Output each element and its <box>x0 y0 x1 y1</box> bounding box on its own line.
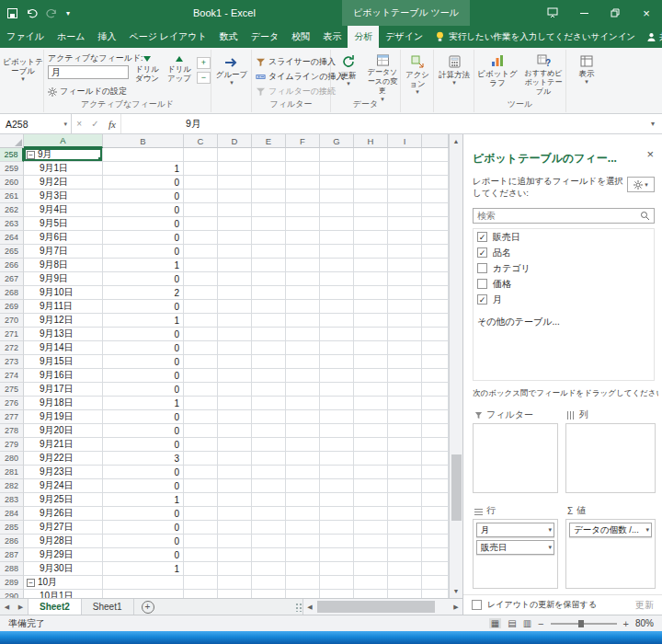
cell-A259[interactable]: 9月1日 <box>24 162 103 176</box>
row-header-271[interactable]: 271 <box>0 328 24 341</box>
cell-A285[interactable]: 9月27日 <box>24 521 103 535</box>
cell[interactable] <box>320 562 354 576</box>
row-header-276[interactable]: 276 <box>0 397 24 410</box>
cell[interactable] <box>184 479 218 493</box>
cell[interactable] <box>422 245 449 259</box>
cell[interactable] <box>184 190 218 203</box>
cell[interactable] <box>218 590 252 598</box>
ribbon-tab-4[interactable]: 数式 <box>213 26 245 48</box>
cell[interactable] <box>354 535 388 548</box>
cell-B284[interactable]: 0 <box>103 507 184 521</box>
cell[interactable] <box>252 217 286 231</box>
field-checkbox[interactable]: ✓ <box>477 247 487 258</box>
cell[interactable] <box>286 162 320 176</box>
field-checkbox[interactable] <box>477 263 487 273</box>
row-header-270[interactable]: 270 <box>0 314 24 328</box>
cell[interactable] <box>286 590 320 598</box>
filters-area[interactable] <box>473 423 558 493</box>
cell[interactable] <box>354 328 388 341</box>
cell[interactable] <box>320 286 354 300</box>
pane-tools-button[interactable]: ▾ <box>627 177 655 192</box>
share-button[interactable]: 共有 <box>646 31 662 43</box>
cell-B283[interactable]: 1 <box>103 493 184 507</box>
cell[interactable] <box>286 438 320 452</box>
cell[interactable] <box>422 521 449 535</box>
cell[interactable] <box>320 548 354 562</box>
cell[interactable] <box>184 535 218 548</box>
cell[interactable] <box>320 272 354 286</box>
cell[interactable] <box>422 355 449 369</box>
cell[interactable] <box>184 576 218 590</box>
field-item[interactable]: カテゴリ <box>474 260 654 276</box>
row-header-286[interactable]: 286 <box>0 535 24 548</box>
zoom-out-icon[interactable]: − <box>538 618 543 629</box>
cell-B275[interactable]: 0 <box>103 383 184 397</box>
cell-B274[interactable]: 0 <box>103 369 184 383</box>
cell[interactable] <box>286 493 320 507</box>
cell[interactable] <box>388 535 422 548</box>
cell[interactable] <box>252 410 286 424</box>
cell-B270[interactable]: 1 <box>103 314 184 328</box>
row-header-284[interactable]: 284 <box>0 507 24 521</box>
column-header-A[interactable]: A <box>24 134 103 148</box>
row-header-274[interactable]: 274 <box>0 369 24 383</box>
cell[interactable] <box>388 383 422 397</box>
column-header-H[interactable]: H <box>354 134 388 148</box>
cell-A289[interactable]: −10月 <box>24 576 103 590</box>
cell[interactable] <box>320 424 354 438</box>
cell[interactable] <box>252 355 286 369</box>
cell-A281[interactable]: 9月23日 <box>24 466 103 479</box>
calculations-button[interactable]: 計算方法 ▾ <box>436 55 473 86</box>
collapse-field-icon[interactable]: − <box>197 72 211 84</box>
cell[interactable] <box>422 576 449 590</box>
cell[interactable] <box>388 341 422 355</box>
cell[interactable] <box>320 328 354 341</box>
row-header-261[interactable]: 261 <box>0 190 24 203</box>
row-header-280[interactable]: 280 <box>0 452 24 466</box>
zoom-slider[interactable] <box>551 623 617 625</box>
cell[interactable] <box>388 231 422 245</box>
cell[interactable] <box>422 369 449 383</box>
row-header-269[interactable]: 269 <box>0 300 24 314</box>
row-header-265[interactable]: 265 <box>0 245 24 259</box>
cell[interactable] <box>286 521 320 535</box>
cell[interactable] <box>422 162 449 176</box>
column-header-E[interactable]: E <box>252 134 286 148</box>
cell[interactable] <box>252 245 286 259</box>
cell[interactable] <box>354 521 388 535</box>
cell[interactable] <box>320 176 354 190</box>
cell-B258[interactable] <box>103 148 184 162</box>
cell[interactable] <box>354 314 388 328</box>
cell[interactable] <box>388 148 422 162</box>
cell[interactable] <box>388 590 422 598</box>
cell[interactable] <box>252 452 286 466</box>
cell[interactable] <box>388 286 422 300</box>
cell[interactable] <box>354 369 388 383</box>
sign-in-link[interactable]: サインイン <box>590 31 635 43</box>
ribbon-tab-3[interactable]: ページ レイアウト <box>122 26 212 48</box>
cell[interactable] <box>388 507 422 521</box>
cell-A276[interactable]: 9月18日 <box>24 397 103 410</box>
cell-A264[interactable]: 9月6日 <box>24 231 103 245</box>
scroll-right-icon[interactable]: ▶ <box>450 599 462 615</box>
ribbon-tab-2[interactable]: 挿入 <box>91 26 122 48</box>
cell[interactable] <box>422 562 449 576</box>
cell[interactable] <box>218 355 252 369</box>
cell-A261[interactable]: 9月3日 <box>24 190 103 203</box>
cell[interactable] <box>354 286 388 300</box>
cell-A275[interactable]: 9月17日 <box>24 383 103 397</box>
cell[interactable] <box>252 231 286 245</box>
cell[interactable] <box>184 438 218 452</box>
cell[interactable] <box>184 300 218 314</box>
cell[interactable] <box>320 259 354 272</box>
cell[interactable] <box>218 466 252 479</box>
cell-B285[interactable]: 0 <box>103 521 184 535</box>
cell[interactable] <box>286 466 320 479</box>
cell[interactable] <box>218 507 252 521</box>
cell-B286[interactable]: 0 <box>103 535 184 548</box>
cell[interactable] <box>184 562 218 576</box>
cell[interactable] <box>218 148 252 162</box>
update-button[interactable]: 更新 <box>635 599 654 612</box>
cell-B268[interactable]: 2 <box>103 286 184 300</box>
cell[interactable] <box>218 493 252 507</box>
